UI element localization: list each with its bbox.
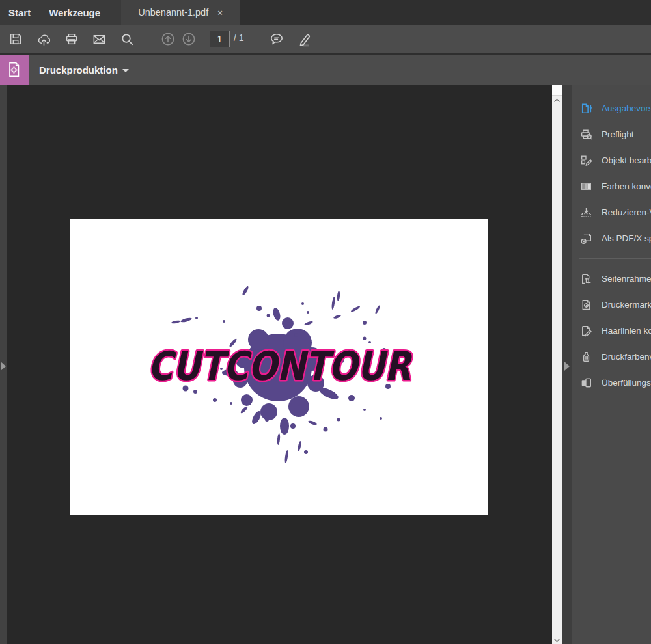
- sidebar-item-als-pdfx-speichern[interactable]: Als PDF/X speichern: [572, 225, 651, 251]
- printer-marks-icon: [579, 298, 593, 312]
- upload-cloud-button[interactable]: [34, 29, 53, 49]
- preflight-icon: [579, 127, 593, 141]
- sidebar-item-label: Druckfarbenverwaltung: [602, 352, 651, 362]
- page-number-input[interactable]: [210, 31, 230, 47]
- sidebar-item-reduzieren-vorschau[interactable]: Reduzieren-Vorschau: [572, 199, 651, 225]
- sidebar-item-label: Druckermarken hinzufügen: [602, 300, 651, 310]
- close-tab-icon[interactable]: ×: [217, 8, 223, 18]
- previous-page-button[interactable]: [158, 29, 178, 49]
- tab-werkzeuge[interactable]: Werkzeuge: [49, 7, 100, 18]
- print-production-icon: [6, 60, 23, 79]
- expand-left-panel-arrow-icon[interactable]: [1, 362, 6, 371]
- sidebar-item-label: Haarlinien korrigieren: [602, 326, 651, 336]
- fix-hairlines-icon: [579, 324, 593, 338]
- save-icon: [8, 32, 23, 46]
- print-production-tool-tile[interactable]: [0, 55, 29, 85]
- save-button[interactable]: [6, 29, 25, 49]
- print-icon: [64, 32, 79, 46]
- sidebar-item-preflight[interactable]: Preflight: [572, 121, 651, 147]
- highlighter-icon: [296, 31, 312, 47]
- splatter-artwork: CUTCONTOUR: [70, 219, 488, 515]
- highlight-button[interactable]: [294, 29, 314, 49]
- sidebar-item-seitenrahmen-festlegen[interactable]: Seitenrahmen festlegen: [572, 265, 651, 291]
- panel-splitter[interactable]: [562, 85, 572, 644]
- quick-toolbar: / 1: [0, 25, 651, 53]
- main-tabs: Start Werkzeuge: [0, 0, 121, 25]
- acrobat-window: Start Werkzeuge Unbenannt-1.pdf ×: [0, 0, 651, 644]
- sidebar-item-label: Als PDF/X speichern: [602, 234, 651, 243]
- trap-presets-icon: [579, 376, 593, 390]
- sidebar-item-label: Preflight: [602, 129, 634, 139]
- document-tab-label: Unbenannt-1.pdf: [138, 7, 208, 18]
- flattener-preview-icon: [579, 206, 593, 219]
- edit-object-icon: [579, 154, 593, 167]
- scrollbar-thumb[interactable]: [552, 85, 562, 96]
- page-total-label: / 1: [234, 33, 244, 43]
- scroll-down-icon[interactable]: [553, 638, 561, 643]
- toolbar-separator: [150, 30, 150, 48]
- pdf-page: CUTCONTOUR: [70, 219, 488, 515]
- page-up-icon: [160, 31, 176, 47]
- print-production-panel: Ausgabevorschau Preflight Objekt bearbei…: [572, 85, 651, 644]
- tab-start[interactable]: Start: [8, 7, 31, 18]
- vertical-scrollbar[interactable]: [552, 85, 562, 644]
- next-page-button[interactable]: [179, 29, 199, 49]
- sidebar-item-haarlinien[interactable]: Haarlinien korrigieren: [572, 317, 651, 343]
- tool-band-label: Druckproduktion: [39, 64, 118, 75]
- page-boxes-icon: [579, 272, 593, 286]
- email-icon: [92, 32, 107, 47]
- sidebar-item-label: Farben konvertieren: [602, 181, 651, 191]
- print-button[interactable]: [62, 29, 81, 49]
- sidebar-item-druckfarbenverwaltung[interactable]: Druckfarbenverwaltung: [572, 343, 651, 369]
- toolbar-separator: [258, 30, 258, 48]
- sidebar-item-ausgabevorschau[interactable]: Ausgabevorschau: [572, 95, 651, 121]
- tool-band-menu[interactable]: Druckproduktion: [39, 55, 129, 85]
- sidebar-item-label: Reduzieren-Vorschau: [602, 208, 651, 217]
- sidebar-divider: [579, 258, 651, 259]
- comment-icon: [269, 31, 284, 47]
- ink-manager-icon: [579, 350, 593, 364]
- scroll-up-icon[interactable]: [553, 98, 561, 103]
- comment-button[interactable]: [267, 29, 286, 49]
- sidebar-item-label: Ausgabevorschau: [602, 103, 651, 113]
- output-preview-icon: [579, 101, 593, 115]
- search-button[interactable]: [117, 29, 137, 49]
- tool-band: Druckproduktion: [0, 53, 651, 85]
- sidebar-item-ueberfuellungsvorgaben[interactable]: Überfüllungsvorgaben: [572, 369, 651, 396]
- sidebar-item-label: Objekt bearbeiten: [602, 155, 651, 165]
- artwork-text: CUTCONTOUR: [148, 343, 413, 389]
- page-down-icon: [181, 31, 197, 47]
- collapse-right-panel-arrow-icon[interactable]: [564, 362, 570, 371]
- search-icon: [120, 32, 135, 47]
- email-button[interactable]: [89, 29, 109, 49]
- tab-bar: Start Werkzeuge Unbenannt-1.pdf ×: [0, 0, 651, 25]
- document-tab[interactable]: Unbenannt-1.pdf ×: [121, 0, 240, 25]
- sidebar-item-farben-konvertieren[interactable]: Farben konvertieren: [572, 173, 651, 199]
- sidebar-item-label: Überfüllungsvorgaben: [602, 378, 651, 388]
- chevron-down-icon: [122, 69, 129, 72]
- left-panel-strip: [0, 85, 7, 644]
- sidebar-item-label: Seitenrahmen festlegen: [602, 274, 651, 284]
- upload-cloud-icon: [36, 32, 51, 47]
- convert-colors-icon: [579, 180, 593, 193]
- sidebar-item-druckermarken[interactable]: Druckermarken hinzufügen: [572, 291, 651, 317]
- sidebar-item-objekt-bearbeiten[interactable]: Objekt bearbeiten: [572, 147, 651, 173]
- save-pdfx-icon: [579, 232, 593, 245]
